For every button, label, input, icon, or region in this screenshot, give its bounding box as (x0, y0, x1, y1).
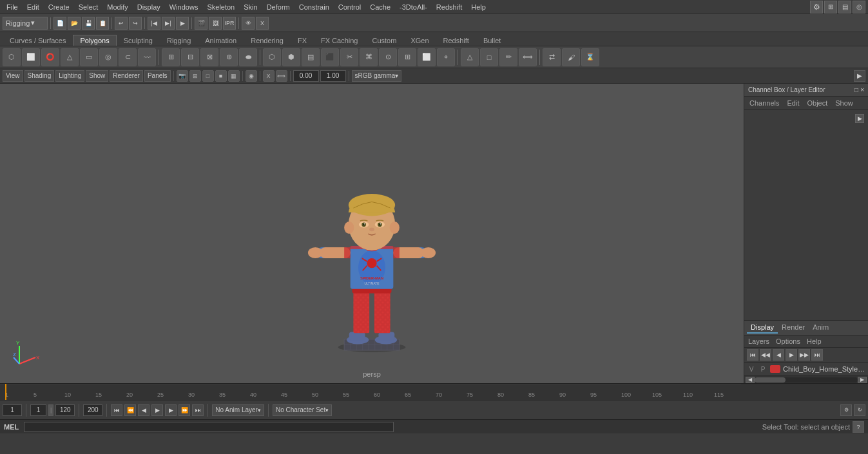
mode-dropdown[interactable]: Rigging ▾ (3, 17, 48, 30)
shelf-tab-custom[interactable]: Custom (365, 35, 404, 46)
tab-object[interactable]: Object (804, 98, 830, 108)
layer-tab-render[interactable]: Render (778, 322, 809, 334)
shelf-icon-helix[interactable]: 〰 (138, 48, 156, 66)
range-end-input[interactable] (55, 404, 75, 416)
btn-prev-keyframe[interactable]: |◀ (148, 17, 160, 30)
layer-color-swatch[interactable] (770, 365, 780, 373)
btn-render-settings[interactable]: 🎬 (195, 17, 207, 30)
vp-btn-shading[interactable]: Shading (24, 70, 55, 82)
shelf-tab-animation[interactable]: Animation (198, 35, 244, 46)
layer-end[interactable]: ⏭ (811, 349, 823, 361)
layer-fast-forward[interactable]: ▶▶ (798, 349, 810, 361)
menu-control[interactable]: Control (334, 2, 365, 12)
cycle-btn[interactable]: ↻ (854, 404, 865, 416)
anim-layer-btn[interactable]: No Anim Layer ▾ (212, 404, 264, 416)
max-frame-input[interactable] (83, 404, 102, 416)
range-start-input[interactable] (30, 404, 46, 416)
vp-icon-xray[interactable]: X (263, 70, 275, 82)
btn-render-view[interactable]: 🖼 (209, 17, 222, 30)
layer-back[interactable]: ◀ (773, 349, 784, 361)
menu-skeleton[interactable]: Skeleton (203, 2, 238, 12)
shelf-icon-cylinder[interactable]: ⭕ (41, 48, 59, 66)
panel-float-btn[interactable]: □ (854, 86, 858, 93)
layer-menu-help[interactable]: Help (805, 337, 823, 346)
menu-constrain[interactable]: Constrain (295, 2, 333, 12)
shelf-icon-sculpt[interactable]: ✏ (499, 48, 517, 66)
shelf-icon-bridge[interactable]: ⬢ (282, 48, 300, 66)
shelf-icon-booleans[interactable]: ⊕ (220, 48, 238, 66)
new-scene-btn[interactable]: 📄 (53, 17, 66, 30)
shelf-icon-cut[interactable]: ✂ (340, 48, 358, 66)
shelf-icon-extrude[interactable]: ⬡ (263, 48, 281, 66)
shelf-icon-extract[interactable]: ⊠ (200, 48, 218, 66)
layer-rewind-start[interactable]: ⏮ (747, 349, 758, 361)
frame-current-input[interactable] (3, 404, 22, 416)
pb-prev-key[interactable]: ⏪ (124, 404, 136, 416)
mel-input[interactable] (24, 422, 394, 432)
vp-icon-isolate[interactable]: ◉ (246, 70, 257, 82)
icon-btn-grid[interactable]: ⊞ (824, 1, 837, 14)
layer-visibility-btn[interactable]: V (747, 366, 756, 373)
btn-play[interactable]: ▶ (176, 17, 189, 30)
shelf-icon-pipe[interactable]: ⊂ (119, 48, 137, 66)
autokey-btn[interactable]: ⚙ (840, 404, 852, 416)
char-set-btn[interactable]: No Character Set ▾ (273, 404, 332, 416)
tab-show[interactable]: Show (833, 98, 856, 108)
menu-redshift[interactable]: Redshift (432, 2, 466, 12)
shelf-tab-rendering[interactable]: Rendering (244, 35, 291, 46)
layer-rewind[interactable]: ◀◀ (760, 349, 771, 361)
shelf-tab-polygons[interactable]: Polygons (73, 35, 116, 46)
vp-btn-renderer[interactable]: Renderer (110, 70, 143, 82)
vp-icon-solid[interactable]: ■ (215, 70, 227, 82)
panel-close-btn[interactable]: × (860, 86, 864, 93)
vp-icon-grid[interactable]: ⊞ (189, 70, 201, 82)
shelf-icon-plane[interactable]: ▭ (80, 48, 98, 66)
timeline[interactable]: 1 5 10 15 20 25 30 35 40 45 50 55 60 65 … (0, 383, 868, 400)
shelf-icon-mirror[interactable]: ⟺ (519, 48, 537, 66)
shelf-icon-cone[interactable]: △ (61, 48, 79, 66)
tab-edit[interactable]: Edit (784, 98, 802, 108)
menu-deform[interactable]: Deform (263, 2, 294, 12)
shelf-icon-multicut[interactable]: ⌘ (360, 48, 378, 66)
layer-menu-options[interactable]: Options (775, 337, 802, 346)
menu-modify[interactable]: Modify (103, 2, 131, 12)
vp-value2[interactable] (320, 70, 346, 82)
btn-show-hide[interactable]: 👁 (242, 17, 255, 30)
vp-icon-textured[interactable]: ▦ (228, 70, 240, 82)
vp-btn-lighting[interactable]: Lighting (55, 70, 84, 82)
vp-icon-camera[interactable]: 📷 (177, 70, 188, 82)
shelf-tab-fxcaching[interactable]: FX Caching (314, 35, 365, 46)
vp-color-mode[interactable]: sRGB gamma ▾ (352, 70, 402, 82)
shelf-tab-bullet[interactable]: Bullet (476, 35, 508, 46)
shelf-icon-insert-loop[interactable]: ⊞ (398, 48, 416, 66)
pb-go-start[interactable]: ⏮ (111, 404, 122, 416)
shelf-icon-deform[interactable]: ⌛ (581, 48, 599, 66)
shelf-icon-paint-weights[interactable]: 🖌 (562, 48, 580, 66)
shelf-tab-xgen[interactable]: XGen (403, 35, 436, 46)
scrollbar-track[interactable] (755, 377, 858, 383)
menu-skin[interactable]: Skin (240, 2, 261, 12)
layer-pickable-btn[interactable]: P (758, 366, 767, 373)
shelf-tab-fx[interactable]: FX (291, 35, 314, 46)
save-scene-btn[interactable]: 💾 (82, 17, 95, 30)
shelf-icon-sphere[interactable]: ⬡ (3, 48, 21, 66)
shelf-icon-quadrangulate[interactable]: □ (480, 48, 498, 66)
layer-menu-layers[interactable]: Layers (747, 337, 771, 346)
menu-3dtool[interactable]: -3DtoAll- (396, 2, 431, 12)
icon-btn-render[interactable]: ◎ (853, 1, 865, 14)
scrollbar-thumb[interactable] (755, 377, 786, 383)
shelf-icon-target-weld[interactable]: ⊙ (379, 48, 397, 66)
menu-file[interactable]: File (3, 2, 22, 12)
btn-xray[interactable]: X (256, 17, 269, 30)
menu-cache[interactable]: Cache (366, 2, 394, 12)
pb-next-frame[interactable]: ◀ (165, 404, 177, 416)
menu-edit[interactable]: Edit (23, 2, 43, 12)
shelf-tab-sculpting[interactable]: Sculpting (117, 35, 160, 46)
timeline-slider[interactable]: | (48, 404, 53, 416)
menu-help[interactable]: Help (467, 2, 490, 12)
shelf-tab-rigging[interactable]: Rigging (160, 35, 198, 46)
redo-btn[interactable]: ↪ (129, 17, 142, 30)
vp-btn-view[interactable]: View (3, 70, 23, 82)
shelf-icon-triangulate[interactable]: △ (461, 48, 479, 66)
pb-prev-frame[interactable]: ◀ (138, 404, 149, 416)
